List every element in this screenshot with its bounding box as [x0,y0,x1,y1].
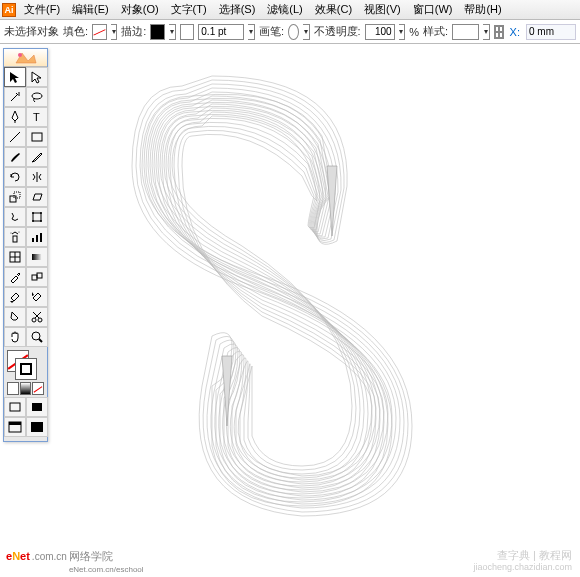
svg-rect-16 [36,235,38,242]
opacity-input[interactable] [365,24,395,40]
opacity-dropdown[interactable] [399,24,406,40]
color-mode-gradient[interactable] [20,382,32,395]
svg-rect-22 [32,275,37,280]
stroke-weight-input[interactable] [198,24,244,40]
direct-selection-tool[interactable] [26,67,48,87]
symbol-sprayer-tool[interactable] [4,227,26,247]
svg-rect-29 [32,403,42,411]
screen-mode-full-menu[interactable] [26,397,48,417]
menu-object[interactable]: 对象(O) [117,1,163,18]
warp-tool[interactable] [4,207,26,227]
opacity-label: 不透明度: [314,24,361,39]
align-icon[interactable] [494,25,504,39]
svg-rect-17 [40,233,42,242]
style-dropdown-arrow[interactable] [483,24,490,40]
svg-point-9 [40,212,42,214]
menu-filter[interactable]: 滤镜(L) [263,1,306,18]
options-bar: 未选择对象 填色: 描边: 画笔: 不透明度: % 样式: X: [0,20,580,44]
svg-point-13 [11,233,12,234]
selection-tool[interactable] [4,67,26,87]
menu-view[interactable]: 视图(V) [360,1,405,18]
magic-wand-tool[interactable] [4,87,26,107]
app-icon: Ai [2,3,16,17]
svg-point-0 [18,53,22,57]
type-tool[interactable]: T [26,107,48,127]
live-paint-selection-tool[interactable] [26,287,48,307]
menu-help[interactable]: 帮助(H) [460,1,505,18]
scissors-tool[interactable] [26,307,48,327]
menu-effect[interactable]: 效果(C) [311,1,356,18]
svg-rect-12 [13,236,17,242]
zoom-tool[interactable] [26,327,48,347]
svg-rect-23 [37,273,42,278]
brush-swatch[interactable] [288,24,299,40]
svg-point-8 [32,212,34,214]
svg-rect-32 [31,422,43,432]
rotate-tool[interactable] [4,167,26,187]
scale-tool[interactable] [4,187,26,207]
svg-line-27 [39,339,42,342]
eyedropper-tool[interactable] [4,267,26,287]
hand-tool[interactable] [4,327,26,347]
brush-dropdown[interactable] [303,24,310,40]
color-selector [4,347,47,395]
menu-bar: Ai 文件(F) 编辑(E) 对象(O) 文字(T) 选择(S) 滤镜(L) 效… [0,0,580,20]
stroke-swatch[interactable] [150,24,165,40]
graph-tool[interactable] [26,227,48,247]
canvas-area[interactable] [52,46,578,551]
selection-state: 未选择对象 [4,24,59,39]
brush-label: 画笔: [259,24,284,39]
blend-tool[interactable] [26,267,48,287]
svg-point-10 [32,220,34,222]
gradient-tool[interactable] [26,247,48,267]
stroke-weight-dropdown[interactable] [248,24,255,40]
style-dropdown[interactable] [452,24,479,40]
pen-tool[interactable] [4,107,26,127]
svg-point-24 [32,318,36,322]
color-mode-none[interactable] [32,382,44,395]
svg-rect-28 [10,403,20,411]
menu-select[interactable]: 选择(S) [215,1,260,18]
svg-point-25 [38,318,42,322]
screen-mode-presentation[interactable] [26,417,48,437]
svg-point-26 [32,332,40,340]
menu-edit[interactable]: 编辑(E) [68,1,113,18]
rectangle-tool[interactable] [26,127,48,147]
fill-swatch[interactable] [92,24,107,40]
pencil-tool[interactable] [26,147,48,167]
fill-label: 填色: [63,24,88,39]
lasso-tool[interactable] [26,87,48,107]
stroke-dropdown[interactable] [169,24,176,40]
slice-tool[interactable] [4,307,26,327]
shear-tool[interactable] [26,187,48,207]
mesh-tool[interactable] [4,247,26,267]
live-paint-tool[interactable] [4,287,26,307]
svg-rect-31 [9,422,21,425]
svg-rect-4 [32,133,42,141]
svg-rect-7 [33,213,41,221]
stroke-label: 描边: [121,24,146,39]
toolbox-header-icon [4,49,47,67]
free-transform-tool[interactable] [26,207,48,227]
svg-rect-5 [10,196,16,202]
fill-dropdown[interactable] [111,24,118,40]
menu-file[interactable]: 文件(F) [20,1,64,18]
svg-rect-6 [14,192,20,198]
line-tool[interactable] [4,127,26,147]
x-input[interactable] [526,24,576,40]
svg-point-14 [19,232,20,233]
menu-type[interactable]: 文字(T) [167,1,211,18]
reflect-tool[interactable] [26,167,48,187]
watermark-right: 查字典 | 教程网 jiaocheng.chazidian.com [473,549,572,573]
color-mode-solid[interactable] [7,382,19,395]
stroke-color[interactable] [15,358,37,380]
artwork-s-character [92,46,472,546]
opacity-pct: % [409,26,419,38]
screen-mode-full[interactable] [4,417,26,437]
style-label: 样式: [423,24,448,39]
screen-mode-normal[interactable] [4,397,26,417]
menu-window[interactable]: 窗口(W) [409,1,457,18]
enet-domain: .com.cn [32,551,67,562]
paintbrush-tool[interactable] [4,147,26,167]
svg-line-3 [10,132,20,142]
